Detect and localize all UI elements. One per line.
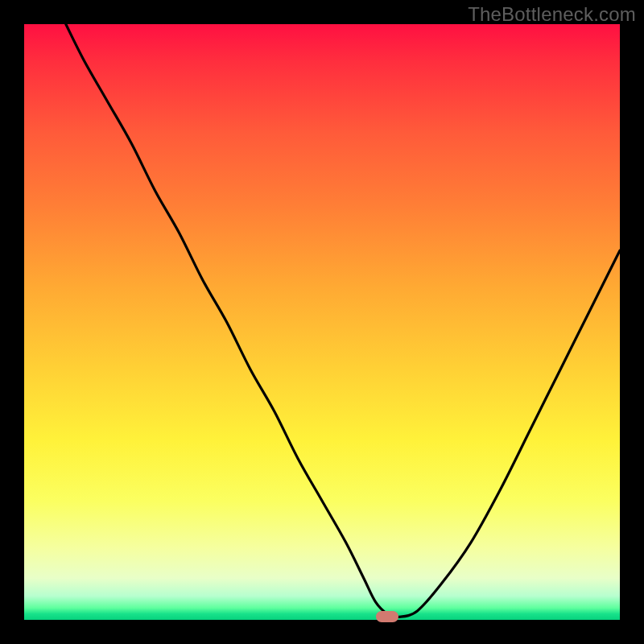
chart-frame: TheBottleneck.com <box>0 0 644 644</box>
watermark-text: TheBottleneck.com <box>468 3 636 26</box>
plot-area <box>24 24 620 620</box>
optimal-point-marker <box>376 611 398 622</box>
bottleneck-curve <box>24 24 620 620</box>
bottleneck-curve-path <box>66 24 620 617</box>
